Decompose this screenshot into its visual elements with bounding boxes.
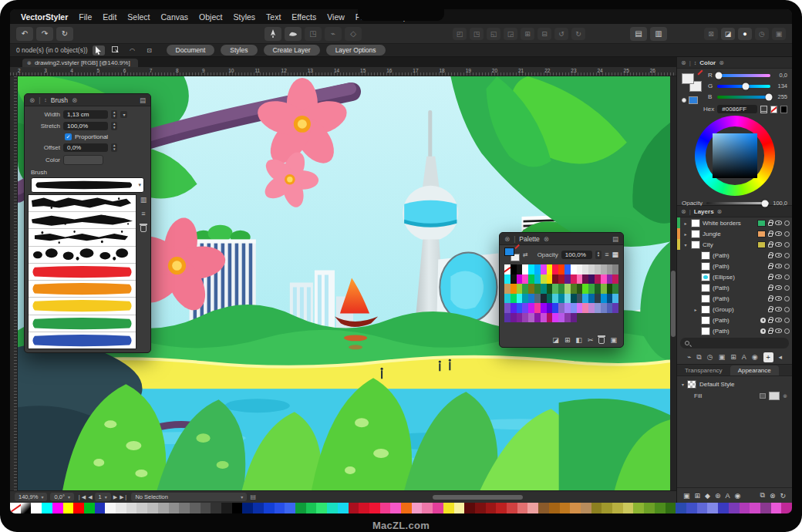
menu-item-edit[interactable]: Edit <box>103 12 116 22</box>
outline-icon[interactable] <box>784 328 790 334</box>
node-tool-icon[interactable]: ◳ <box>305 27 322 41</box>
expander-icon[interactable]: ▸ <box>682 221 689 226</box>
palette-swatch[interactable] <box>534 294 541 304</box>
vertical-scrollbar[interactable] <box>670 76 676 490</box>
strip-swatch[interactable] <box>581 503 591 513</box>
stretch-field[interactable]: 100,0% <box>63 122 108 130</box>
rotate-right-icon[interactable]: ↻ <box>571 28 585 40</box>
document-tab[interactable]: ⊗ drawing2.vstyler [RGB] [@140.9%] <box>22 59 138 67</box>
brush-panel-header[interactable]: ⊗ | ↕ Brush ⊗ ▤ <box>25 94 150 106</box>
palette-swatch[interactable] <box>588 303 595 313</box>
palette-opacity-field[interactable]: 100,0% <box>561 251 592 259</box>
palette-swatch[interactable] <box>528 284 534 294</box>
save-view-icon[interactable]: ▤ <box>250 493 256 500</box>
strip-swatch[interactable] <box>264 503 275 513</box>
strip-swatch[interactable] <box>475 503 486 513</box>
strip-swatch[interactable] <box>211 503 221 513</box>
menu-item-file[interactable]: File <box>79 12 92 22</box>
link-layers-icon[interactable]: ⌁ <box>687 353 691 361</box>
visibility-icon[interactable] <box>775 231 782 236</box>
palette-swatch[interactable] <box>517 313 523 323</box>
palette-swatch[interactable] <box>582 284 588 294</box>
fill-row[interactable]: Fill ⊗ <box>677 390 792 402</box>
menu-item-effects[interactable]: Effects <box>291 12 316 22</box>
strip-swatch[interactable] <box>570 503 581 513</box>
swatch-options-icon[interactable]: ◧ <box>575 336 582 344</box>
palette-swatch[interactable] <box>504 284 511 294</box>
palette-swatch[interactable] <box>534 264 541 274</box>
strip-swatch[interactable] <box>686 503 697 513</box>
strip-swatch[interactable] <box>707 503 718 513</box>
add-style-icon[interactable]: ⊞ <box>695 492 701 500</box>
lock-icon[interactable] <box>768 265 773 269</box>
menu-item-canvas[interactable]: Canvas <box>161 12 189 22</box>
palette-swatch[interactable] <box>564 284 571 294</box>
tab-transparency[interactable]: Transparency <box>677 365 730 375</box>
shape-tool-icon[interactable] <box>285 27 302 41</box>
transform-flip-icon[interactable]: ◲ <box>504 28 517 40</box>
strip-swatch[interactable] <box>369 503 380 513</box>
offset-field[interactable]: 0,0% <box>63 143 108 152</box>
brush-preview-dropdown[interactable]: ▾ <box>31 177 144 193</box>
strip-swatch[interactable] <box>42 503 52 513</box>
palette-swatch[interactable] <box>577 284 583 294</box>
palette-swatch[interactable] <box>552 274 558 285</box>
collapse-icon[interactable]: ◂ <box>779 353 783 361</box>
strip-swatch[interactable] <box>644 503 655 513</box>
color-wheel[interactable] <box>695 116 775 196</box>
palette-swatch[interactable] <box>607 274 613 285</box>
strip-swatch[interactable] <box>349 503 359 513</box>
strip-swatch[interactable] <box>560 503 571 513</box>
palette-swatch[interactable] <box>601 303 607 313</box>
strip-swatch[interactable] <box>359 503 369 513</box>
strip-swatch[interactable] <box>549 503 560 513</box>
strip-swatch[interactable] <box>126 503 137 513</box>
brush-item-rough-stroke-1[interactable] <box>29 195 136 212</box>
strip-swatch[interactable] <box>116 503 126 513</box>
palette-swatch[interactable] <box>601 294 607 304</box>
strip-swatch[interactable] <box>412 503 423 513</box>
target-icon[interactable] <box>760 328 766 334</box>
palette-swatch[interactable] <box>541 264 547 274</box>
chevron-down-icon[interactable]: ▾ <box>682 382 684 387</box>
palette-swatch[interactable] <box>541 274 547 285</box>
strip-swatch[interactable] <box>275 503 285 513</box>
layer-search[interactable] <box>680 338 789 348</box>
palette-swatch[interactable] <box>534 303 541 313</box>
prev-page-icon[interactable]: ◀ <box>88 494 92 500</box>
strip-swatch[interactable] <box>253 503 264 513</box>
first-page-icon[interactable]: ❘◀ <box>77 494 86 500</box>
proportional-checkbox[interactable]: ✓ <box>65 133 72 140</box>
blend-mode-icon[interactable]: ⊠ <box>704 28 718 40</box>
history-icon[interactable]: ◷ <box>707 353 713 361</box>
panel-menu-icon[interactable]: ▤ <box>612 235 618 243</box>
group-icon[interactable]: ⊞ <box>521 28 534 40</box>
lock-icon[interactable] <box>768 330 773 334</box>
tab-close-icon[interactable]: ⊗ <box>719 59 724 66</box>
opacity-slider-handle[interactable] <box>762 200 769 207</box>
opacity-slider[interactable] <box>706 202 769 204</box>
palette-swatch[interactable] <box>541 284 547 294</box>
palette-swatch[interactable] <box>595 274 601 285</box>
channel-b-slider[interactable] <box>717 96 770 99</box>
strip-swatch[interactable] <box>380 503 391 513</box>
palette-swatch[interactable] <box>522 274 528 285</box>
strip-swatch[interactable] <box>633 503 644 513</box>
menu-item-view[interactable]: View <box>327 12 345 22</box>
strip-swatch[interactable] <box>517 503 528 513</box>
palette-swatch[interactable] <box>588 274 595 285</box>
lock-icon[interactable] <box>768 287 773 291</box>
copy-style-icon[interactable]: ⧉ <box>760 491 764 500</box>
strip-swatch[interactable] <box>750 503 760 513</box>
palette-swatch[interactable] <box>522 284 528 294</box>
layer-row-ellipse[interactable]: (Ellipse) <box>677 271 792 282</box>
palette-swatch[interactable] <box>552 284 558 294</box>
strip-swatch[interactable] <box>158 503 169 513</box>
rotate-left-icon[interactable]: ↺ <box>554 28 568 40</box>
brush-item-paint-yellow[interactable] <box>29 298 136 315</box>
palette-swatch[interactable] <box>534 284 541 294</box>
channel-r-slider[interactable] <box>717 74 770 77</box>
palette-swatch[interactable] <box>588 264 595 274</box>
strip-swatch[interactable] <box>443 503 454 513</box>
layer-swatch[interactable] <box>757 231 766 237</box>
